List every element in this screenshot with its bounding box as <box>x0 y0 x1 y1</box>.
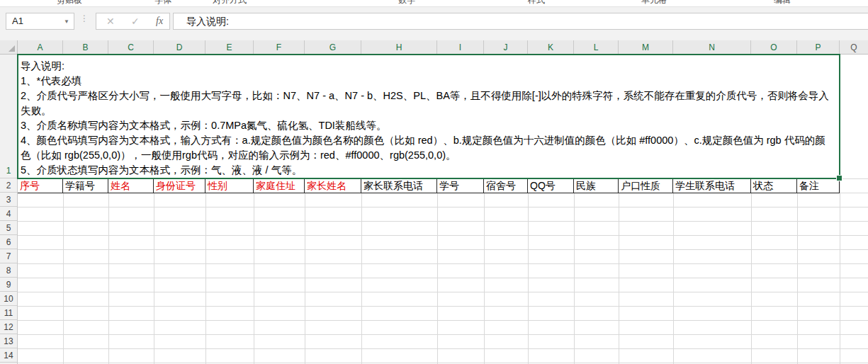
instruction-line: 失败。 <box>21 103 838 118</box>
gridline-vertical <box>619 178 619 364</box>
enter-icon[interactable]: ✓ <box>131 13 140 29</box>
gridline-horizontal <box>18 348 868 349</box>
table-header-cell-6[interactable]: 家庭住址 <box>254 178 305 193</box>
column-header-F[interactable]: F <box>254 40 305 55</box>
gridline-horizontal <box>18 278 868 278</box>
gridline-vertical <box>751 178 752 364</box>
gridline-horizontal <box>18 207 868 207</box>
column-header-I[interactable]: I <box>437 40 484 55</box>
column-header-D[interactable]: D <box>154 40 205 55</box>
name-box[interactable]: A1 ▼ <box>6 13 74 30</box>
column-header-P[interactable]: P <box>797 40 840 55</box>
formula-bar-input[interactable]: 导入说明: <box>173 13 868 30</box>
gridline-vertical <box>254 178 254 364</box>
name-box-dropdown-icon[interactable]: ▼ <box>64 18 69 25</box>
gridline-horizontal <box>18 235 868 236</box>
row-header-5[interactable]: 5 <box>0 221 17 235</box>
select-all-triangle-icon <box>9 45 15 52</box>
ribbon-group-label-fragment: 对齐方式 <box>213 0 247 6</box>
formula-bar-drag-handle-icon[interactable]: ⋮ <box>80 15 89 22</box>
ribbon-clipped-strip: 剪贴板字体对齐方式数字样式单元格编辑 <box>0 0 868 7</box>
gridline-horizontal <box>18 306 868 307</box>
column-header-G[interactable]: G <box>305 40 361 55</box>
name-box-value: A1 <box>12 13 23 29</box>
column-header-C[interactable]: C <box>108 40 154 55</box>
ribbon-group-label-fragment: 剪贴板 <box>57 0 82 6</box>
row-header-12[interactable]: 12 <box>0 320 17 334</box>
ribbon-group-label-fragment: 样式 <box>528 0 545 6</box>
row-header-7[interactable]: 7 <box>0 249 17 263</box>
row-header-3[interactable]: 3 <box>0 193 17 207</box>
ribbon-group-label-fragment: 字体 <box>154 0 171 6</box>
gridline-vertical <box>305 178 305 364</box>
table-header-cell-15[interactable]: 状态 <box>751 178 797 193</box>
column-header-K[interactable]: K <box>528 40 574 55</box>
row-header-8[interactable]: 8 <box>0 263 17 278</box>
gridline-vertical <box>574 178 575 364</box>
select-all-corner[interactable] <box>0 40 18 55</box>
row-header-11[interactable]: 11 <box>0 306 17 320</box>
table-header-cell-7[interactable]: 家长姓名 <box>305 178 361 193</box>
gridline-vertical <box>797 178 798 364</box>
gridline-vertical <box>154 178 154 364</box>
column-header-N[interactable]: N <box>673 40 751 55</box>
row-header-10[interactable]: 10 <box>0 292 17 306</box>
column-header-A[interactable]: A <box>18 40 63 55</box>
column-header-H[interactable]: H <box>361 40 437 55</box>
formula-buttons-group: ✕ ✓ fx <box>96 13 170 30</box>
ribbon-group-label-fragment: 数字 <box>398 0 415 6</box>
instruction-line: 导入说明: <box>21 59 838 74</box>
row-header-1[interactable]: 1 <box>0 55 17 178</box>
column-header-L[interactable]: L <box>574 40 619 55</box>
column-header-O[interactable]: O <box>751 40 797 55</box>
column-header-J[interactable]: J <box>484 40 528 55</box>
gridline-vertical <box>673 178 674 364</box>
gridline-horizontal <box>18 334 868 335</box>
row-header-2[interactable]: 2 <box>0 178 17 193</box>
table-header-cell-1[interactable]: 序号 <box>18 178 63 193</box>
gridline-vertical <box>437 178 438 364</box>
table-header-cell-5[interactable]: 性别 <box>205 178 254 193</box>
table-header-cell-10[interactable]: 宿舍号 <box>484 178 528 193</box>
merged-cell-a1[interactable]: 导入说明:1、*代表必填2、介质代号严格区分大小写，一般使用大写字母，比如：N7… <box>18 55 840 178</box>
column-header-M[interactable]: M <box>619 40 673 55</box>
row-header-strip: 1234567891011121314 <box>0 55 18 364</box>
table-header-cell-14[interactable]: 学生联系电话 <box>673 178 751 193</box>
row-header-4[interactable]: 4 <box>0 207 17 221</box>
gridline-vertical <box>484 178 485 364</box>
column-header-Q[interactable]: Q <box>840 40 868 55</box>
gridline-horizontal <box>18 221 868 222</box>
formula-bar-value: 导入说明: <box>186 13 229 29</box>
insert-function-icon[interactable]: fx <box>156 13 163 29</box>
gridline-vertical <box>108 178 109 364</box>
gridline-horizontal <box>18 263 868 264</box>
column-header-B[interactable]: B <box>63 40 108 55</box>
row-header-13[interactable]: 13 <box>0 334 17 348</box>
table-header-cell-16[interactable]: 备注 <box>797 178 840 193</box>
column-header-E[interactable]: E <box>205 40 254 55</box>
table-header-cell-8[interactable]: 家长联系电话 <box>361 178 437 193</box>
excel-window: 剪贴板字体对齐方式数字样式单元格编辑 A1 ▼ ⋮ ✕ ✓ fx 导入说明: A… <box>0 0 868 364</box>
row-header-6[interactable]: 6 <box>0 235 17 249</box>
table-header-cell-2[interactable]: 学籍号 <box>63 178 108 193</box>
instruction-line: 色（比如 rgb(255,0,0)），一般使用rgb代码，对应的输入示例为：re… <box>21 148 838 163</box>
instruction-line: 1、*代表必填 <box>21 74 838 89</box>
gridline-horizontal <box>18 292 868 292</box>
cancel-icon[interactable]: ✕ <box>106 13 115 29</box>
table-header-cell-3[interactable]: 姓名 <box>108 178 154 193</box>
instruction-line: 3、介质名称填写内容为文本格式，示例：0.7MPa氮气、硫化氢、TDI装船线等。 <box>21 118 838 133</box>
table-header-cell-13[interactable]: 户口性质 <box>619 178 673 193</box>
table-header-cell-4[interactable]: 身份证号 <box>154 178 205 193</box>
column-header-strip: ABCDEFGHIJKLMNOPQ <box>18 40 868 55</box>
instruction-line: 5、介质状态填写内容为文本格式，示例：气、液、液 / 气等。 <box>21 163 838 178</box>
table-header-cell-11[interactable]: QQ号 <box>528 178 574 193</box>
gridline-vertical <box>361 178 362 364</box>
instruction-line: 2、介质代号严格区分大小写，一般使用大写字母，比如：N7、N7 - a、N7 -… <box>21 89 838 103</box>
row-header-9[interactable]: 9 <box>0 278 17 292</box>
row-header-14[interactable]: 14 <box>0 348 17 363</box>
table-header-cell-12[interactable]: 民族 <box>574 178 619 193</box>
gridline-horizontal <box>18 249 868 250</box>
gridline-horizontal <box>18 320 868 321</box>
gridline-vertical <box>63 178 64 364</box>
table-header-cell-9[interactable]: 学号 <box>437 178 484 193</box>
